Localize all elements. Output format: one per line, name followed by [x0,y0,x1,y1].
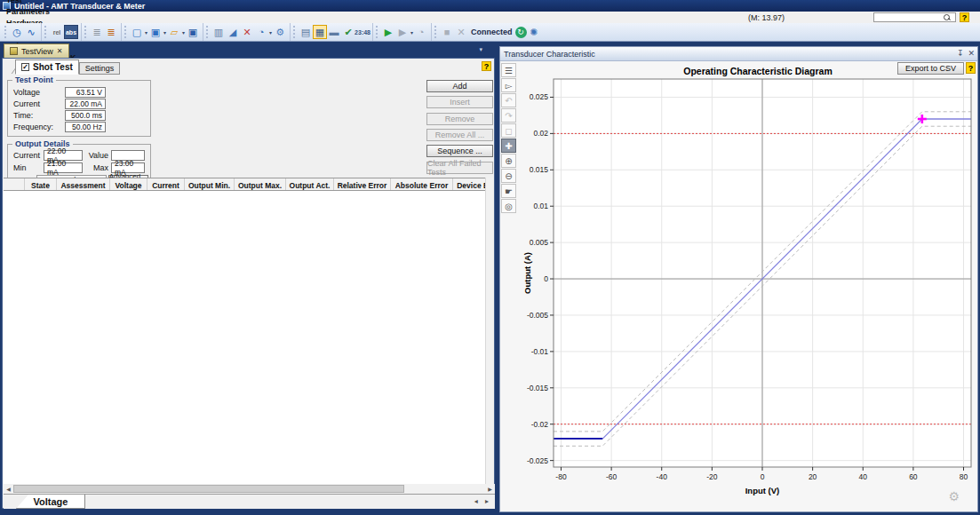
field-row: Current22.00 mA [13,99,147,109]
pan-axes-icon[interactable]: ✚ [501,139,516,153]
svg-text:0.025: 0.025 [530,92,549,101]
results-table-body[interactable] [4,191,487,484]
open-folder-icon-dropdown[interactable]: ▾ [182,29,185,36]
scroll-left-icon[interactable]: ◀ [4,484,13,494]
socket-ok-icon[interactable]: ↻ [515,27,527,38]
pointer-icon[interactable]: ▻ [501,78,516,92]
calculator-icon[interactable]: ▦ [313,25,327,39]
column-header-assessment[interactable]: Assessment [57,178,110,191]
gear-icon[interactable]: ⚙ [948,489,960,503]
close-icon[interactable]: ✕ [968,49,975,58]
abort-icon[interactable]: ✕ [454,25,468,39]
field-row: Voltage63.51 V [13,87,147,98]
column-header-current[interactable]: Current [147,178,185,191]
menu-parameters[interactable]: Parameters [0,6,83,18]
document-tabstrip: TestView ✕ ▾ [2,43,495,58]
test-point-title: Test Point [12,75,56,84]
help-button-chart[interactable]: ? [966,62,976,74]
run-icon[interactable]: ▶ [381,25,395,39]
column-header-output-act-[interactable]: Output Act. [286,178,334,191]
column-header-device-error[interactable]: Device Error [453,178,487,191]
chart-icon[interactable]: ◢ [226,25,240,39]
horizontal-scrollbar[interactable]: ◀ ▶ [4,484,495,494]
run-all-icon[interactable]: ▶ [395,25,410,39]
search-box[interactable] [873,12,956,22]
field-input-frequency[interactable]: 50.00 Hz [65,122,106,132]
help-button-testview[interactable]: ? [482,61,491,71]
column-header-absolute-error[interactable]: Absolute Error [391,178,453,191]
chart-toolbar: ☰▻↶↷◻✚⊕⊖☛◎ [501,62,518,213]
zoom-out-icon[interactable]: ⊖ [501,169,516,183]
sliders-color-icon[interactable]: ≣ [104,25,118,39]
svg-text:0.02: 0.02 [533,129,548,138]
rel-button[interactable]: rel [50,25,64,39]
field-label: Voltage [13,88,65,97]
process-gear-icon[interactable]: ⚙ [273,25,287,39]
field-input-time[interactable]: 500.0 ms [65,110,106,121]
tab-nav-arrows[interactable]: ◂ ▸ [474,497,491,505]
search-icon[interactable] [944,14,950,20]
subtab-shot-test[interactable]: ✓Shot Test [15,59,79,75]
clock-chart-icon[interactable]: ◔ [254,25,268,39]
new-file-icon[interactable]: ▢ [130,25,144,39]
column-header-state[interactable]: State [25,178,57,191]
scroll-right-icon[interactable]: ▶ [485,484,495,494]
digits-icon[interactable]: 23:48 [355,25,370,39]
save-icon[interactable]: ▣ [186,25,200,39]
field-input-current[interactable]: 22.00 mA [65,99,106,109]
panel-title: Transducer Characteristic [504,50,595,59]
open-folder-icon[interactable]: ▱ [167,25,181,39]
subtab-settings[interactable]: Settings [79,62,121,75]
run-all-icon-dropdown[interactable]: ▾ [410,29,413,36]
tab-voltage[interactable]: Voltage [16,495,85,509]
curves-icon[interactable]: ✕ [240,25,254,39]
column-header-output-max-[interactable]: Output Max. [235,178,286,191]
add-button[interactable]: Add [426,80,493,92]
test-point-group: Test Point Voltage63.51 VCurrent22.00 mA… [7,80,151,137]
timer-icon[interactable]: ◷ [10,25,24,39]
pin-icon[interactable]: ↧ [957,49,964,58]
scrollbar-thumb[interactable] [13,485,404,493]
column-header-row-indicator[interactable] [4,178,25,191]
form-view-icon[interactable]: ▤ [299,25,313,39]
sliders-gray-icon[interactable]: ≣ [90,25,104,39]
abs-button[interactable]: abs [64,25,78,39]
field-input-voltage[interactable]: 63.51 V [65,87,106,98]
monitor-icon[interactable]: ▥ [211,25,226,39]
results-table-header: StateAssessmentVoltageCurrentOutput Min.… [4,178,487,191]
operating-characteristic-chart[interactable]: -80-60-40-20020406080-0.025-0.02-0.015-0… [522,77,976,507]
zoom-in-icon[interactable]: ⊕ [501,154,516,168]
center-icon[interactable]: ◎ [501,199,516,213]
window-titlebar: Untitled - AMT Transducer & Meter [0,0,980,12]
panel-header[interactable]: Transducer Characteristic ↧ ✕ [500,47,977,61]
run-timed-icon[interactable]: ◔ [414,25,428,39]
search-input[interactable] [874,13,944,21]
output-label: Min [13,163,44,172]
close-icon[interactable]: ✕ [57,47,63,55]
clock-chart-icon-dropdown[interactable]: ▾ [269,29,272,36]
stop-icon[interactable]: ■ [440,25,454,39]
test-check-icon[interactable]: ✔ [341,25,355,39]
column-header-output-min-[interactable]: Output Min. [185,178,235,191]
device-panel-icon[interactable]: ▬ [327,25,341,39]
output-value-min[interactable]: 21.00 mA [44,162,83,173]
shot-test-checkbox[interactable]: ✓ [21,63,29,71]
new-file-icon-dropdown[interactable]: ▾ [145,29,147,36]
tabstrip-dropdown-icon[interactable]: ▾ [479,46,482,53]
svg-text:0.015: 0.015 [530,165,549,174]
hand-icon[interactable]: ☛ [501,184,516,198]
sequence-button[interactable]: Sequence ... [426,145,493,157]
help-button[interactable]: ? [960,12,969,22]
remote-icon[interactable]: ✺ [527,25,541,39]
new-file-star-icon[interactable]: ▣ [148,25,163,39]
toolbar-group: ▤▦▬✔23:48 [290,23,372,41]
column-header-relative-error[interactable]: Relative Error [334,178,391,191]
new-file-star-icon-dropdown[interactable]: ▾ [163,29,166,36]
vertical-scrollbar[interactable] [485,178,493,484]
svg-text:80: 80 [960,472,968,481]
column-header-voltage[interactable]: Voltage [110,178,147,191]
output-label: Value [86,151,111,160]
tab-testview[interactable]: TestView ✕ [4,44,69,58]
menu-icon[interactable]: ☰ [501,63,516,77]
waveform-icon[interactable]: ∿ [24,25,38,39]
